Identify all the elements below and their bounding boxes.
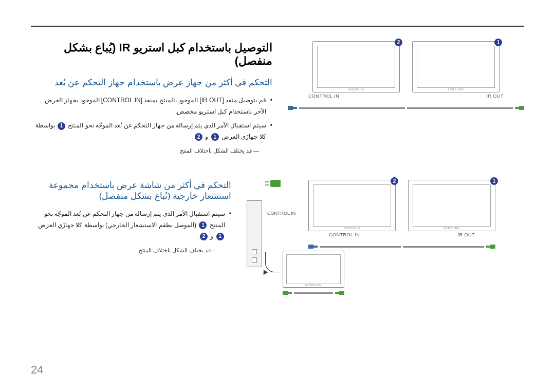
section1-subheading: التحكم في أكثر من جهاز عرض باستخدام جهاز… [31,77,272,88]
monitor-small-icon: SAMSUNG [283,251,344,288]
section1-footnote: ― قد يختلف الشكل باختلاف المنتج [31,147,259,154]
curved-arrow-icon [265,252,281,272]
stereo-cable-icon [288,106,524,110]
plug-icon [265,180,281,187]
badge-1-icon: 1 [490,177,498,185]
badge-2-icon: 2 [195,133,202,141]
stereo-cable-small-icon [283,291,344,295]
badge-2-icon: 2 [200,233,208,240]
section1-title: التوصيل باستخدام كبل استريو IR (يُباع بش… [31,41,272,68]
diagram-1: SAMSUNG 1 SAMSUNG 2 IR OUT CONTROL IN [288,41,524,110]
section2-subheading: التحكم في أكثر من شاشة عرض باستخدام مجمو… [31,180,231,201]
badge-1-icon: 1 [216,233,224,240]
port-label-controlin: CONTROL IN [329,232,360,237]
badge-1-icon: 1 [199,221,207,229]
badge-1-icon: 1 [494,39,502,46]
badge-2-icon: 2 [391,177,398,185]
monitor-icon: SAMSUNG [312,41,400,92]
port-label-controlin: CONTROL IN [267,211,295,216]
port-label-irout: IR OUT [458,232,475,237]
port-label-controlin: CONTROL IN [308,94,339,99]
external-sensor-icon [247,200,262,267]
badge-2-icon: 2 [395,39,402,46]
section1-bullet-2: • سيتم استقبال الأمر الذي يتم إرساله من … [31,120,272,142]
monitor-icon: SAMSUNG [412,41,499,92]
page-number: 24 [31,363,43,377]
section2-footnote: ― قد يختلف الشكل باختلاف المنتج [31,247,218,254]
monitor-icon: SAMSUNG [408,180,495,231]
stereo-cable-icon [308,245,495,249]
arrow-head-icon [262,269,268,275]
monitor-icon: SAMSUNG [308,180,396,231]
badge-1-icon: 1 [58,122,65,130]
diagram-2: CONTROL IN SAMSUNG 1 SAMSUNG 2 [247,180,524,293]
section2-bullet-1: • سيتم استقبال الأمر الذي يتم إرساله من … [31,209,231,242]
section1-bullet-1: • قم بتوصيل منفذ [IR OUT] الموجود بالمنت… [31,95,272,117]
badge-1-icon: 1 [211,133,219,141]
port-label-irout: IR OUT [487,94,504,99]
